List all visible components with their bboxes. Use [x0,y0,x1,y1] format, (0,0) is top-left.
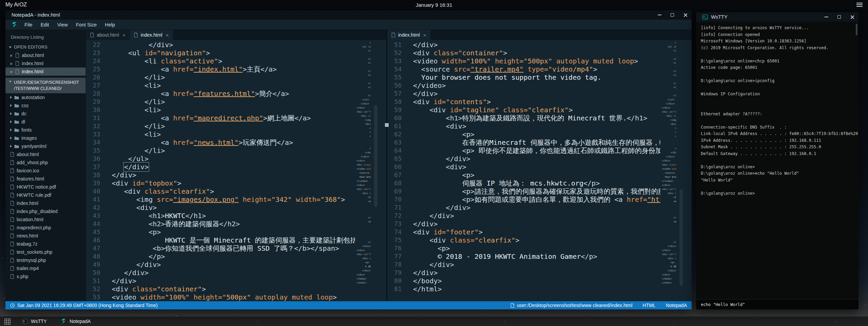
code-line[interactable]: 28 <a href="features.html">簡介</a> [86,90,355,98]
menu-font-size[interactable]: Font Size [72,22,101,27]
tree-file[interactable]: index.html [5,199,86,207]
code-line[interactable]: 51 </div> [86,277,355,285]
code-line[interactable]: 69 <p>請注意，我們的伺服器為確保玩家及遊玩時的質素，我們對的服務開放 [387,187,660,195]
tree-file[interactable]: HKWTC notice.pdf [5,183,86,191]
menu-file[interactable]: File [20,22,36,27]
code-line[interactable]: 27 <li> [86,81,355,90]
code-line[interactable]: 66 <div> [387,163,660,171]
code-line[interactable]: 39 <div id="topbox"> [86,179,355,187]
open-editor-item[interactable]: ×index.html [5,68,86,76]
tree-file[interactable]: trailer.mp4 [5,264,86,272]
tree-folder[interactable]: dc [5,110,86,118]
code-line[interactable]: 52 <div class="container"> [387,49,660,57]
minimap-left[interactable]: </div> <ul id="navigation"> <li class="a… [355,40,371,301]
code-line[interactable]: 31 <a href="mapredirect.php">網上地圖</a> [86,114,355,122]
code-line[interactable]: 25 <a href="index.html">主頁</a> [86,65,355,73]
tab-index.html[interactable]: index.html× [130,30,173,40]
code-line[interactable]: 77 © 2018 - 2019 HKWTC Animation Gamer</… [387,252,660,261]
tree-file[interactable]: x.php [5,272,86,281]
code-line[interactable]: 64 <p> 即使你不是建築師，你也能透過紅石師或鐵路工程師的身份加入我 [387,147,660,155]
tree-folder[interactable]: dl [5,118,86,126]
close-button[interactable] [846,12,858,22]
code-line[interactable]: 47 <b>你知道我們全球伺服器已轉用 SSD 了嗎？</b></span> [86,244,355,252]
code-line[interactable]: 46 HKWTC 是一個 Minecraft 的建築伺服器，主要建築計劃包括鐵路 [86,236,355,244]
notepad-titlebar[interactable]: NotepadA - index.html [5,10,692,20]
code-line[interactable]: 53 <video width="100%" height="500px" au… [387,57,660,65]
code-line[interactable]: 29 </li> [86,98,355,106]
tab-close-icon[interactable]: × [166,33,169,38]
taskbar-item-wstty[interactable]: WsTTY [22,319,47,324]
close-file-icon[interactable]: × [10,61,13,66]
code-line[interactable]: 78 </div> [387,261,660,269]
tab-index.html[interactable]: index.html× [387,30,431,40]
code-line[interactable]: 74 <div id="footer"> [387,228,660,236]
tree-file[interactable]: index.php_disabled [5,207,86,215]
code-line[interactable]: 67 <p> [387,171,660,179]
code-line[interactable]: 71 </div> [387,204,660,212]
tree-file[interactable]: test_sockets.php [5,248,86,256]
maximize-button[interactable] [666,10,679,20]
code-line[interactable]: 51 </div> [387,41,660,49]
code-line[interactable]: 65 </div> [387,155,660,163]
scrollbar-left[interactable] [371,40,386,301]
maximize-button[interactable] [833,12,846,22]
code-line[interactable]: 68 伺服器 IP 地址為： mcs.hkwtc.org</p> [387,179,660,187]
tree-file[interactable]: news.html [5,232,86,240]
scrollbar-right[interactable] [676,40,692,301]
code-line[interactable]: 73 </div> [387,220,660,228]
code-line[interactable]: 22 </div> [86,41,355,49]
code-line[interactable]: 80 </body> [387,277,660,285]
scrollbar-thumb[interactable] [374,105,377,207]
system-brand[interactable]: My ArOZ [5,2,27,8]
code-line[interactable]: 59 <div id="tagline" class="clearfix"> [387,106,660,114]
code-line[interactable]: 72 </div> [387,212,660,220]
tree-folder[interactable]: autostation [5,93,86,101]
code-line[interactable]: 75 <div class="clearfix"> [387,236,660,244]
tree-file[interactable]: HKWTC rule.pdf [5,191,86,199]
tree-file[interactable]: testmysql.php [5,256,86,264]
code-line[interactable]: 42 <div> [86,204,355,212]
wstty-titlebar[interactable]: WsTTY [696,12,858,22]
code-line[interactable]: 70 <p>如有問題或需要申請白名單，歡迎加入我們的 <a href="http… [387,195,660,204]
code-line[interactable]: 35 </li> [86,147,355,155]
code-line[interactable]: 41 <img src="images/box.png" height="342… [86,195,355,204]
code-line[interactable]: 56 </video> [387,81,660,90]
tree-file[interactable]: location.html [5,215,86,224]
terminal-output[interactable]: [info] Conencting to arozos WsTTY servic… [696,22,858,299]
tree-root[interactable]: USER:/DESKTOP/SCREENSHOT /TEST/WWW CLEAN… [5,78,86,93]
tree-folder[interactable]: yamlyamlml [5,142,86,150]
tree-folder[interactable]: css [5,101,86,110]
open-editors-header[interactable]: OPEN EDITORS [5,43,86,51]
launcher-grid-icon[interactable] [4,318,11,325]
code-line[interactable]: 38 </div> [86,171,355,179]
tree-folder[interactable]: fonts [5,126,86,134]
terminal-scrollbar[interactable] [855,23,858,298]
code-line[interactable]: 30 <li> [86,106,355,114]
tab-close-icon[interactable]: × [423,33,426,38]
tab-close-icon[interactable]: × [122,33,125,38]
close-file-icon[interactable]: × [10,53,13,58]
tab-about.html[interactable]: about.html× [86,30,130,40]
statusbar-mode[interactable]: HTML [643,303,656,308]
code-line[interactable]: 44 <h2>香港的建築伺服器</h2> [86,220,355,228]
code-line[interactable]: 81 </html> [387,285,660,293]
code-line[interactable]: 24 <li class="active"> [86,57,355,65]
menu-edit[interactable]: Edit [36,22,53,27]
close-file-icon[interactable]: × [10,69,13,74]
code-line[interactable]: 32 </li> [86,122,355,130]
code-line[interactable]: 55 Your browser does not support the vid… [387,73,660,81]
tree-file[interactable]: add_vhost.php [5,158,86,167]
code-area-right[interactable]: 51 </div>52 <div class="container">53 <v… [387,40,660,301]
tree-file[interactable]: about.html [5,150,86,158]
code-line[interactable]: 60 <h1>特別為建築及鐵路而設，現代化的 Minecraft 世界.</h1… [387,114,660,122]
code-line[interactable]: 52 <div class="container"> [86,285,355,293]
code-line[interactable]: 50 </div> [86,269,355,277]
tree-file[interactable]: teabag.7z [5,240,86,248]
scrollbar-thumb[interactable] [856,24,857,35]
code-line[interactable]: 26 </li> [86,73,355,81]
close-button[interactable] [679,10,692,20]
open-editor-item[interactable]: ×index.html [5,59,86,68]
taskbar-item-notepada[interactable]: NotepadA [60,318,91,324]
menu-help[interactable]: Help [101,22,119,27]
code-line[interactable]: 57 </div> [387,90,660,98]
